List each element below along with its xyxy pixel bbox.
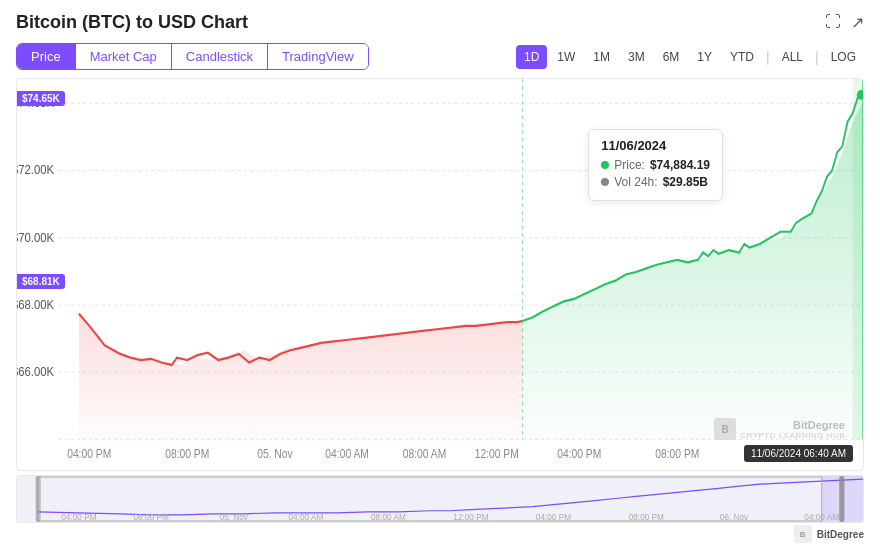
svg-text:05. Nov: 05. Nov xyxy=(257,447,293,460)
svg-text:04:00 AM: 04:00 AM xyxy=(804,513,839,522)
tooltip-price-label: Price: xyxy=(614,158,645,172)
tab-price[interactable]: Price xyxy=(17,44,76,69)
svg-text:05. Nov: 05. Nov xyxy=(219,513,248,522)
time-6m[interactable]: 6M xyxy=(655,45,688,69)
svg-text:04:00 PM: 04:00 PM xyxy=(536,513,571,522)
svg-text:$72.00K: $72.00K xyxy=(17,162,55,177)
svg-text:08:00 PM: 08:00 PM xyxy=(165,447,209,460)
svg-text:08:00 AM: 08:00 AM xyxy=(371,513,406,522)
svg-text:04:00 PM: 04:00 PM xyxy=(67,447,111,460)
time-log[interactable]: LOG xyxy=(823,45,864,69)
tooltip-date: 11/06/2024 xyxy=(601,138,710,153)
watermark: B BitDegree CRYPTO LEARNING HUB xyxy=(714,418,845,440)
time-3m[interactable]: 3M xyxy=(620,45,653,69)
svg-text:04:00 PM: 04:00 PM xyxy=(61,513,96,522)
chart-svg: $74.65K $72.00K $70.00K $68.00K $66.00K xyxy=(17,79,863,470)
page-title: Bitcoin (BTC) to USD Chart xyxy=(16,12,248,33)
time-all[interactable]: ALL xyxy=(774,45,811,69)
tooltip-price-row: Price: $74,884.19 xyxy=(601,158,710,172)
svg-text:08:00 PM: 08:00 PM xyxy=(133,513,168,522)
svg-text:12:00 PM: 12:00 PM xyxy=(475,447,519,460)
tab-tradingview[interactable]: TradingView xyxy=(268,44,368,69)
header-icons: ⛶ ↗ xyxy=(825,13,864,32)
red-area xyxy=(79,314,523,440)
chart-tooltip: 11/06/2024 Price: $74,884.19 Vol 24h: $2… xyxy=(588,129,723,201)
chart-tab-group: Price Market Cap Candlestick TradingView xyxy=(16,43,369,70)
watermark-sub: CRYPTO LEARNING HUB xyxy=(740,431,845,440)
header-row: Bitcoin (BTC) to USD Chart ⛶ ↗ xyxy=(16,12,864,33)
tab-market-cap[interactable]: Market Cap xyxy=(76,44,172,69)
time-1m[interactable]: 1M xyxy=(585,45,618,69)
watermark-name: BitDegree xyxy=(793,419,845,431)
footer-watermark: B BitDegree xyxy=(16,523,864,543)
price-high-badge: $74.65K xyxy=(17,91,65,106)
expand-icon[interactable]: ⛶ xyxy=(825,13,841,32)
svg-text:$70.00K: $70.00K xyxy=(17,230,55,245)
svg-text:12:00 PM: 12:00 PM xyxy=(453,513,488,522)
separator2: | xyxy=(813,49,821,65)
separator: | xyxy=(764,49,772,65)
tab-candlestick[interactable]: Candlestick xyxy=(172,44,268,69)
minimap-svg: 04:00 PM 08:00 PM 05. Nov 04:00 AM 08:00… xyxy=(17,476,863,522)
time-1y[interactable]: 1Y xyxy=(689,45,720,69)
green-band xyxy=(853,79,863,439)
tooltip-price-value: $74,884.19 xyxy=(650,158,710,172)
price-mid-badge: $68.81K xyxy=(17,274,65,289)
vol-dot xyxy=(601,178,609,186)
minimap-left-handle[interactable] xyxy=(36,476,41,522)
footer-brand: BitDegree xyxy=(817,529,864,540)
tooltip-vol-label: Vol 24h: xyxy=(614,175,657,189)
time-1d[interactable]: 1D xyxy=(516,45,547,69)
tooltip-vol-row: Vol 24h: $29.85B xyxy=(601,175,710,189)
svg-text:06. Nov: 06. Nov xyxy=(720,513,749,522)
time-1w[interactable]: 1W xyxy=(549,45,583,69)
controls-row: Price Market Cap Candlestick TradingView… xyxy=(16,43,864,70)
minimap[interactable]: 04:00 PM 08:00 PM 05. Nov 04:00 AM 08:00… xyxy=(16,475,864,523)
svg-text:04:00 PM: 04:00 PM xyxy=(557,447,601,460)
svg-text:08:00 PM: 08:00 PM xyxy=(655,447,699,460)
svg-text:08:00 PM: 08:00 PM xyxy=(629,513,664,522)
app-container: Bitcoin (BTC) to USD Chart ⛶ ↗ Price Mar… xyxy=(0,0,880,551)
tooltip-vol-value: $29.85B xyxy=(663,175,708,189)
price-dot xyxy=(601,161,609,169)
minimap-right-handle[interactable] xyxy=(839,476,844,522)
svg-text:$68.00K: $68.00K xyxy=(17,297,55,312)
main-chart: $74.65K $68.81K $74.65K $72.00K $70.00K … xyxy=(16,78,864,471)
svg-text:04:00 AM: 04:00 AM xyxy=(325,447,369,460)
timestamp-badge: 11/06/2024 06:40 AM xyxy=(744,445,853,462)
share-icon[interactable]: ↗ xyxy=(851,13,864,32)
svg-text:$66.00K: $66.00K xyxy=(17,364,55,379)
svg-text:04:00 AM: 04:00 AM xyxy=(288,513,323,522)
time-tab-group: 1D 1W 1M 3M 6M 1Y YTD | ALL | LOG xyxy=(516,45,864,69)
time-ytd[interactable]: YTD xyxy=(722,45,762,69)
svg-text:08:00 AM: 08:00 AM xyxy=(403,447,447,460)
